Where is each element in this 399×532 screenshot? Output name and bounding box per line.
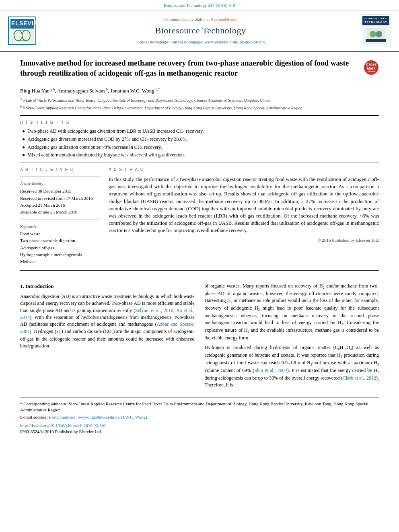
- article-history-label: Article history:: [20, 181, 101, 187]
- issn-line: 0960-8524/© 2016 Published by Elsevier L…: [20, 429, 379, 435]
- highlights-label: H I G H L I G H T S: [20, 120, 379, 125]
- divider-2: [20, 177, 101, 177]
- article-title: Innovative method for increased methane …: [20, 58, 358, 78]
- intro-left: 1. Introduction Anaerobic digestion (AD)…: [20, 283, 195, 391]
- header-center: Contents lists available at ScienceDirec…: [40, 16, 361, 45]
- svg-text:Cross: Cross: [366, 62, 376, 66]
- email-address: E-mail address: E-mail address: jwcwong@…: [20, 414, 379, 420]
- keyword-4: Hydrogenotrophic methanogenesis: [20, 252, 101, 258]
- abstract-text: In this study, the performance of a two-…: [109, 176, 379, 244]
- list-item: ●Two-phase AD with acidogenic gas divers…: [22, 128, 379, 135]
- content-area: Innovative method for increased methane …: [0, 52, 399, 281]
- affiliation-a: a a Lab of Waste Valorisation and Water …: [20, 97, 379, 103]
- crossmark-badge[interactable]: Cross Mark: [364, 60, 379, 77]
- journal-homepage: journal homepage: journal homepage: www.…: [46, 39, 355, 45]
- article-info-label: A R T I C L E I N F O: [20, 167, 101, 173]
- divider-bottom: [20, 270, 379, 271]
- svg-point-0: [14, 30, 22, 41]
- journal-header: ELSEVIER Contents lists available at Sci…: [0, 10, 399, 51]
- keyword-3: Acidogenic off-gas: [20, 245, 101, 251]
- divider-thick: [20, 115, 379, 116]
- svg-text:Mark: Mark: [367, 66, 376, 70]
- keywords-label: Keywords:: [20, 224, 101, 230]
- intro-para-2: of organic wastes. Many reports focused …: [205, 283, 379, 342]
- journal-title: Bioresource Technology: [46, 25, 355, 37]
- list-item: ●Acidogenic gas diversion increased the …: [22, 136, 379, 143]
- date-available: Available online 23 March 2016: [20, 209, 101, 215]
- abstract-section: A B S T R A C T In this study, the perfo…: [109, 167, 379, 266]
- intro-right: of organic wastes. Many reports focused …: [205, 283, 379, 391]
- bioresource-logo: BIORESOURCETECHNOLOGY: [361, 14, 391, 47]
- elsevier-logo: ELSEVIER: [8, 16, 40, 45]
- corresponding-author: * Corresponding author at: Sino-Forest A…: [20, 401, 379, 413]
- svg-rect-7: [366, 39, 386, 42]
- keyword-5: Methane: [20, 259, 101, 265]
- keywords-section: Keywords: Food waste Two-phase anaerobic…: [20, 224, 101, 265]
- journal-citation: Bioresource Technology 217 (2016) 3–9: [0, 0, 399, 10]
- highlights-section: H I G H L I G H T S ●Two-phase AD with a…: [20, 120, 379, 158]
- keyword-1: Food waste: [20, 231, 101, 237]
- affiliation-b: b b Sino-Forest Applied Research Centre …: [20, 105, 379, 111]
- svg-point-6: [376, 31, 382, 37]
- intro-heading: 1. Introduction: [20, 283, 195, 290]
- intro-para-1: Anaerobic digestion (AD) is an attractiv…: [20, 293, 195, 350]
- authors-line: Bing Hua Yan a,b, Ammaiyappan Selvam b, …: [20, 87, 379, 95]
- divider-1: [20, 162, 379, 163]
- list-item: ●Mixed acid fermentation dominated by bu…: [22, 152, 379, 158]
- article-info-abstract: A R T I C L E I N F O Article history: R…: [20, 167, 379, 266]
- svg-point-1: [22, 30, 30, 41]
- keyword-2: Two-phase anaerobic digestion: [20, 238, 101, 244]
- list-item: ●Acidogenic gas utilization contributes …: [22, 144, 379, 151]
- copyright-line: © 2016 Published by Elsevier Ltd.: [109, 237, 379, 244]
- intro-para-3: Hydrogen is produced during hydrolysis o…: [205, 344, 379, 389]
- date-received: Received 30 December 2015: [20, 188, 101, 194]
- doi-line: http://dx.doi.org/10.1016/j.biortech.201…: [20, 423, 379, 429]
- footnotes: * Corresponding author at: Sino-Forest A…: [20, 397, 379, 435]
- main-content: 1. Introduction Anaerobic digestion (AD)…: [0, 281, 399, 397]
- date-accepted: Accepted 21 March 2016: [20, 202, 101, 208]
- highlights-list: ●Two-phase AD with acidogenic gas divers…: [20, 128, 379, 158]
- date-revised: Received in revised form 17 March 2016: [20, 195, 101, 201]
- abstract-label: A B S T R A C T: [109, 167, 379, 173]
- svg-point-5: [370, 31, 376, 37]
- divider-3: [20, 220, 101, 220]
- article-info: A R T I C L E I N F O Article history: R…: [20, 167, 101, 266]
